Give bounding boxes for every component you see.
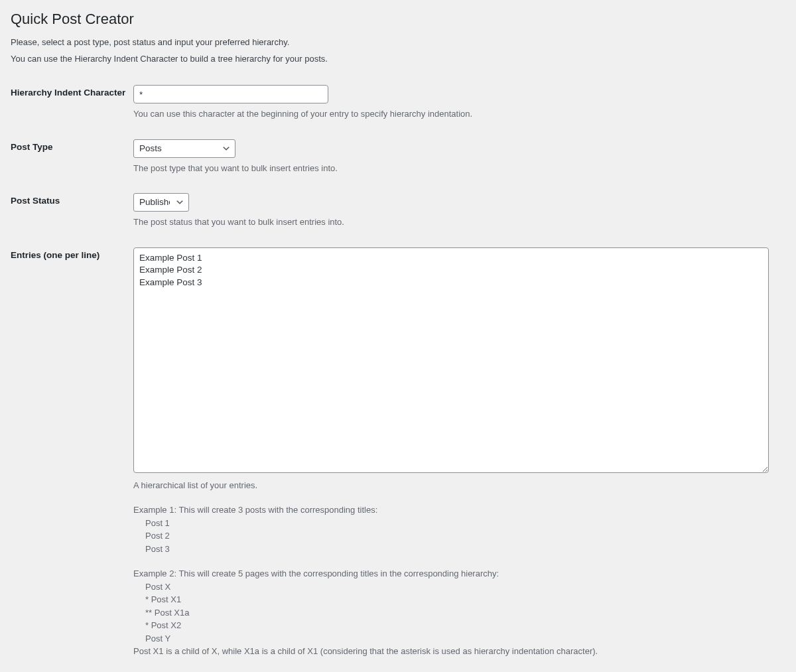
post-status-label: Post Status bbox=[11, 184, 133, 238]
hierarchy-label: Hierarchy Indent Character bbox=[11, 76, 133, 130]
example-2-block: Example 2: This will create 5 pages with… bbox=[133, 567, 779, 658]
example-2-line: * Post X1 bbox=[133, 593, 779, 606]
example-1-heading: Example 1: This will create 3 posts with… bbox=[133, 504, 779, 517]
example-1-line: Post 2 bbox=[133, 529, 779, 543]
intro-text-1: Please, select a post type, post status … bbox=[11, 37, 785, 47]
post-status-select[interactable]: Published bbox=[133, 193, 189, 212]
hierarchy-indent-input[interactable] bbox=[133, 85, 328, 103]
intro-text-2: You can use the Hierarchy Indent Charact… bbox=[11, 54, 785, 64]
example-1-block: Example 1: This will create 3 posts with… bbox=[133, 504, 779, 555]
example-2-heading: Example 2: This will create 5 pages with… bbox=[133, 567, 779, 580]
post-type-select[interactable]: Posts bbox=[133, 139, 235, 158]
example-2-line: Post X bbox=[133, 580, 779, 594]
entries-label: Entries (one per line) bbox=[11, 238, 133, 667]
post-status-description: The post status that you want to bulk in… bbox=[133, 216, 779, 229]
example-2-footer: Post X1 is a child of X, while X1a is a … bbox=[133, 645, 779, 658]
page-title: Quick Post Creator bbox=[11, 11, 785, 28]
entries-description: A hierarchical list of your entries. bbox=[133, 479, 779, 492]
example-2-line: ** Post X1a bbox=[133, 606, 779, 620]
post-type-label: Post Type bbox=[11, 130, 133, 184]
example-1-line: Post 3 bbox=[133, 543, 779, 556]
hierarchy-description: You can use this character at the beginn… bbox=[133, 107, 779, 121]
example-2-line: Post Y bbox=[133, 632, 779, 645]
post-type-description: The post type that you want to bulk inse… bbox=[133, 162, 779, 175]
example-1-line: Post 1 bbox=[133, 517, 779, 530]
form-table: Hierarchy Indent Character You can use t… bbox=[11, 76, 785, 667]
example-2-line: * Post X2 bbox=[133, 619, 779, 632]
entries-textarea[interactable] bbox=[133, 247, 769, 473]
